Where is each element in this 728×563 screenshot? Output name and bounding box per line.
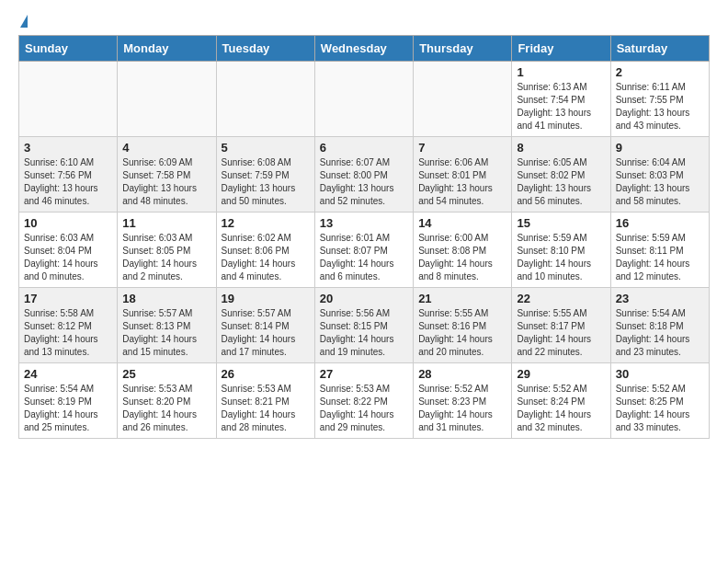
- calendar-cell: 25Sunrise: 5:53 AM Sunset: 8:20 PM Dayli…: [118, 363, 216, 439]
- calendar-header-row: SundayMondayTuesdayWednesdayThursdayFrid…: [19, 36, 710, 62]
- calendar-cell: 18Sunrise: 5:57 AM Sunset: 8:13 PM Dayli…: [118, 288, 216, 363]
- col-header-monday: Monday: [118, 36, 216, 62]
- day-number: 1: [517, 65, 605, 79]
- calendar-cell: 19Sunrise: 5:57 AM Sunset: 8:14 PM Dayli…: [216, 288, 314, 363]
- day-info: Sunrise: 6:04 AM Sunset: 8:03 PM Dayligh…: [616, 156, 704, 208]
- day-info: Sunrise: 6:09 AM Sunset: 7:58 PM Dayligh…: [122, 156, 210, 208]
- day-info: Sunrise: 5:53 AM Sunset: 8:20 PM Dayligh…: [122, 383, 210, 434]
- calendar-cell: 27Sunrise: 5:53 AM Sunset: 8:22 PM Dayli…: [314, 363, 413, 439]
- day-number: 25: [122, 367, 210, 381]
- day-info: Sunrise: 6:02 AM Sunset: 8:06 PM Dayligh…: [222, 232, 310, 283]
- calendar-cell: 11Sunrise: 6:03 AM Sunset: 8:05 PM Dayli…: [118, 213, 216, 288]
- calendar-cell: 13Sunrise: 6:01 AM Sunset: 8:07 PM Dayli…: [314, 213, 413, 288]
- day-info: Sunrise: 6:06 AM Sunset: 8:01 PM Dayligh…: [418, 156, 506, 208]
- day-number: 27: [320, 367, 408, 381]
- day-info: Sunrise: 6:05 AM Sunset: 8:02 PM Dayligh…: [517, 156, 605, 208]
- calendar-cell: 8Sunrise: 6:05 AM Sunset: 8:02 PM Daylig…: [512, 137, 610, 213]
- day-number: 12: [222, 216, 310, 230]
- calendar-cell: 24Sunrise: 5:54 AM Sunset: 8:19 PM Dayli…: [19, 363, 118, 439]
- day-info: Sunrise: 5:52 AM Sunset: 8:24 PM Dayligh…: [517, 383, 605, 434]
- calendar-cell: 16Sunrise: 5:59 AM Sunset: 8:11 PM Dayli…: [610, 213, 709, 288]
- day-info: Sunrise: 6:10 AM Sunset: 7:56 PM Dayligh…: [24, 156, 112, 208]
- day-info: Sunrise: 5:52 AM Sunset: 8:25 PM Dayligh…: [616, 383, 704, 434]
- calendar-week-row: 1Sunrise: 6:13 AM Sunset: 7:54 PM Daylig…: [19, 62, 710, 137]
- day-number: 9: [616, 141, 704, 155]
- day-number: 16: [616, 216, 704, 230]
- logo-triangle-icon: [20, 15, 28, 28]
- day-info: Sunrise: 5:59 AM Sunset: 8:11 PM Dayligh…: [616, 232, 704, 283]
- col-header-tuesday: Tuesday: [216, 36, 314, 62]
- calendar-table: SundayMondayTuesdayWednesdayThursdayFrid…: [18, 35, 710, 439]
- calendar-cell: [216, 62, 314, 137]
- day-number: 26: [222, 367, 310, 381]
- day-info: Sunrise: 6:03 AM Sunset: 8:04 PM Dayligh…: [24, 232, 112, 283]
- day-info: Sunrise: 6:03 AM Sunset: 8:05 PM Dayligh…: [122, 232, 210, 283]
- calendar-cell: 4Sunrise: 6:09 AM Sunset: 7:58 PM Daylig…: [118, 137, 216, 213]
- calendar-cell: 6Sunrise: 6:07 AM Sunset: 8:00 PM Daylig…: [314, 137, 413, 213]
- calendar-cell: 21Sunrise: 5:55 AM Sunset: 8:16 PM Dayli…: [414, 288, 512, 363]
- day-info: Sunrise: 5:53 AM Sunset: 8:21 PM Dayligh…: [222, 383, 310, 434]
- day-number: 22: [517, 292, 605, 305]
- day-number: 24: [24, 367, 112, 381]
- day-number: 20: [320, 292, 408, 305]
- day-info: Sunrise: 6:00 AM Sunset: 8:08 PM Dayligh…: [418, 232, 506, 283]
- col-header-thursday: Thursday: [414, 36, 512, 62]
- day-number: 2: [616, 65, 704, 79]
- calendar-week-row: 3Sunrise: 6:10 AM Sunset: 7:56 PM Daylig…: [19, 137, 710, 213]
- day-number: 19: [222, 292, 310, 305]
- day-info: Sunrise: 5:55 AM Sunset: 8:16 PM Dayligh…: [418, 307, 506, 359]
- day-number: 17: [24, 292, 112, 305]
- calendar-cell: 30Sunrise: 5:52 AM Sunset: 8:25 PM Dayli…: [610, 363, 709, 439]
- day-info: Sunrise: 6:08 AM Sunset: 7:59 PM Dayligh…: [222, 156, 310, 208]
- calendar-cell: 3Sunrise: 6:10 AM Sunset: 7:56 PM Daylig…: [19, 137, 118, 213]
- calendar-cell: 17Sunrise: 5:58 AM Sunset: 8:12 PM Dayli…: [19, 288, 118, 363]
- calendar-cell: 14Sunrise: 6:00 AM Sunset: 8:08 PM Dayli…: [414, 213, 512, 288]
- day-info: Sunrise: 6:13 AM Sunset: 7:54 PM Dayligh…: [517, 81, 605, 132]
- day-info: Sunrise: 5:58 AM Sunset: 8:12 PM Dayligh…: [24, 307, 112, 359]
- col-header-saturday: Saturday: [610, 36, 709, 62]
- day-info: Sunrise: 5:57 AM Sunset: 8:13 PM Dayligh…: [122, 307, 210, 359]
- calendar-cell: [414, 62, 512, 137]
- calendar-cell: 5Sunrise: 6:08 AM Sunset: 7:59 PM Daylig…: [216, 137, 314, 213]
- day-number: 18: [122, 292, 210, 305]
- day-number: 15: [517, 216, 605, 230]
- calendar-cell: 9Sunrise: 6:04 AM Sunset: 8:03 PM Daylig…: [610, 137, 709, 213]
- day-info: Sunrise: 6:11 AM Sunset: 7:55 PM Dayligh…: [616, 81, 704, 132]
- calendar-cell: 12Sunrise: 6:02 AM Sunset: 8:06 PM Dayli…: [216, 213, 314, 288]
- calendar-week-row: 10Sunrise: 6:03 AM Sunset: 8:04 PM Dayli…: [19, 213, 710, 288]
- day-info: Sunrise: 5:54 AM Sunset: 8:19 PM Dayligh…: [24, 383, 112, 434]
- calendar-cell: 20Sunrise: 5:56 AM Sunset: 8:15 PM Dayli…: [314, 288, 413, 363]
- day-number: 23: [616, 292, 704, 305]
- calendar-week-row: 24Sunrise: 5:54 AM Sunset: 8:19 PM Dayli…: [19, 363, 710, 439]
- day-number: 21: [418, 292, 506, 305]
- day-info: Sunrise: 5:52 AM Sunset: 8:23 PM Dayligh…: [418, 383, 506, 434]
- day-info: Sunrise: 5:55 AM Sunset: 8:17 PM Dayligh…: [517, 307, 605, 359]
- calendar-cell: 15Sunrise: 5:59 AM Sunset: 8:10 PM Dayli…: [512, 213, 610, 288]
- day-number: 3: [24, 141, 112, 155]
- calendar-cell: [118, 62, 216, 137]
- day-number: 4: [122, 141, 210, 155]
- day-number: 11: [122, 216, 210, 230]
- col-header-sunday: Sunday: [19, 36, 118, 62]
- day-number: 13: [320, 216, 408, 230]
- day-info: Sunrise: 5:57 AM Sunset: 8:14 PM Dayligh…: [222, 307, 310, 359]
- col-header-friday: Friday: [512, 36, 610, 62]
- day-info: Sunrise: 5:54 AM Sunset: 8:18 PM Dayligh…: [616, 307, 704, 359]
- day-number: 10: [24, 216, 112, 230]
- calendar-cell: 23Sunrise: 5:54 AM Sunset: 8:18 PM Dayli…: [610, 288, 709, 363]
- calendar-cell: 22Sunrise: 5:55 AM Sunset: 8:17 PM Dayli…: [512, 288, 610, 363]
- header: [18, 15, 710, 28]
- calendar-cell: 7Sunrise: 6:06 AM Sunset: 8:01 PM Daylig…: [414, 137, 512, 213]
- calendar-cell: [19, 62, 118, 137]
- calendar-cell: 29Sunrise: 5:52 AM Sunset: 8:24 PM Dayli…: [512, 363, 610, 439]
- calendar-cell: [314, 62, 413, 137]
- day-number: 5: [222, 141, 310, 155]
- day-number: 8: [517, 141, 605, 155]
- calendar-cell: 10Sunrise: 6:03 AM Sunset: 8:04 PM Dayli…: [19, 213, 118, 288]
- calendar-cell: 1Sunrise: 6:13 AM Sunset: 7:54 PM Daylig…: [512, 62, 610, 137]
- col-header-wednesday: Wednesday: [314, 36, 413, 62]
- calendar-cell: 26Sunrise: 5:53 AM Sunset: 8:21 PM Dayli…: [216, 363, 314, 439]
- day-info: Sunrise: 6:01 AM Sunset: 8:07 PM Dayligh…: [320, 232, 408, 283]
- day-number: 7: [418, 141, 506, 155]
- day-info: Sunrise: 5:53 AM Sunset: 8:22 PM Dayligh…: [320, 383, 408, 434]
